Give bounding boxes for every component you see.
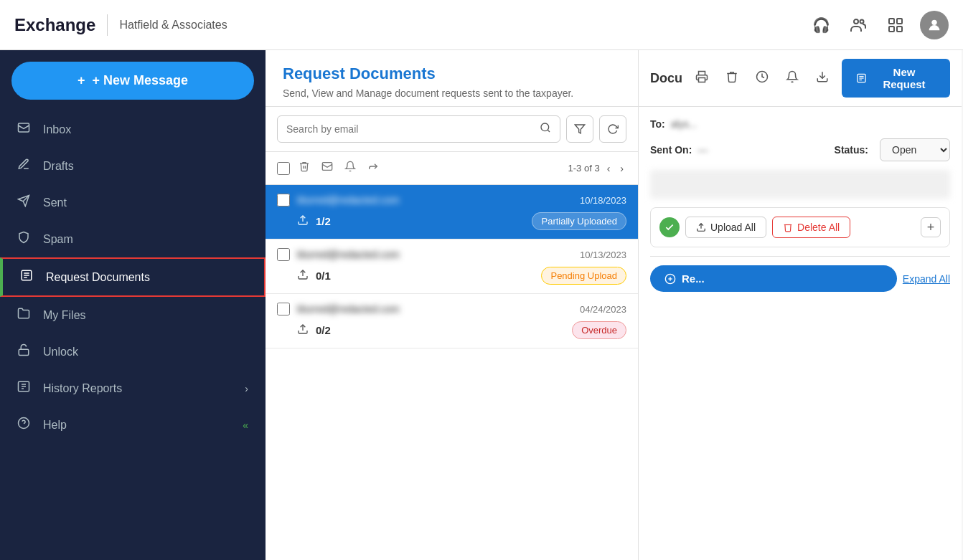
svg-point-1 bbox=[860, 19, 864, 23]
sidebar-item-request-documents[interactable]: Request Documents bbox=[0, 257, 266, 297]
item-status-1: Partially Uploaded bbox=[532, 212, 626, 230]
right-panel-header: Docu New Request bbox=[639, 50, 962, 107]
toolbar-delete-button[interactable] bbox=[296, 158, 313, 179]
sidebar-item-history-reports[interactable]: History Reports › bbox=[0, 370, 266, 407]
item-checkbox-3[interactable] bbox=[277, 303, 290, 315]
message-row-top: blurred@redacted.com 04/24/2023 bbox=[277, 303, 626, 315]
select-all-checkbox[interactable] bbox=[277, 162, 290, 175]
new-message-button[interactable]: + + New Message bbox=[11, 62, 254, 100]
sent-icon bbox=[17, 194, 33, 211]
add-document-button[interactable]: + bbox=[921, 217, 941, 237]
panel-subtitle: Send, View and Manage document requests … bbox=[283, 87, 621, 99]
users-icon[interactable] bbox=[845, 12, 871, 38]
resend-button[interactable]: Re... bbox=[650, 265, 897, 292]
right-body: To: alys... Sent On: — Status: Open Clos… bbox=[639, 107, 962, 560]
next-page-button[interactable]: › bbox=[617, 160, 626, 177]
svg-rect-24 bbox=[322, 163, 332, 171]
new-request-button[interactable]: New Request bbox=[842, 59, 950, 98]
avatar[interactable] bbox=[920, 11, 949, 39]
divider bbox=[650, 256, 950, 257]
sent-on-row: Sent On: — bbox=[650, 144, 823, 156]
item-checkbox-1[interactable] bbox=[277, 194, 290, 207]
message-item[interactable]: blurred@redacted.com 04/24/2023 0/2 Over… bbox=[266, 294, 638, 348]
item-date-2: 10/13/2023 bbox=[580, 250, 626, 260]
sidebar-item-my-files[interactable]: My Files bbox=[0, 297, 266, 333]
refresh-button[interactable] bbox=[599, 115, 626, 143]
message-row-top: blurred@redacted.com 10/18/2023 bbox=[277, 194, 626, 207]
inbox-icon bbox=[17, 121, 33, 138]
header-icons: 🎧 bbox=[808, 11, 949, 39]
clock-button[interactable] bbox=[751, 66, 773, 91]
request-docs-icon bbox=[20, 269, 36, 285]
download-button[interactable] bbox=[812, 66, 833, 91]
to-value: alys... bbox=[671, 118, 697, 130]
delete-all-button[interactable]: Delete All bbox=[772, 217, 850, 238]
svg-line-22 bbox=[548, 130, 550, 132]
upload-icon-3 bbox=[297, 323, 309, 338]
pagination: 1-3 of 3 ‹ › bbox=[568, 160, 626, 177]
bell-button[interactable] bbox=[781, 66, 803, 91]
history-reports-arrow: › bbox=[245, 383, 248, 394]
header-divider bbox=[107, 14, 108, 36]
grid-icon[interactable] bbox=[883, 12, 908, 38]
sent-on-value: — bbox=[697, 144, 708, 156]
spam-label: Spam bbox=[43, 233, 248, 246]
message-item[interactable]: blurred@redacted.com 10/18/2023 1/2 Part… bbox=[266, 185, 638, 239]
sidebar-item-unlock[interactable]: Unlock bbox=[0, 333, 266, 370]
search-input-wrapper bbox=[277, 115, 560, 143]
history-reports-label: History Reports bbox=[43, 382, 235, 395]
item-count-2: 0/1 bbox=[316, 270, 331, 282]
new-message-plus-icon: + bbox=[77, 73, 85, 88]
delete-button[interactable] bbox=[721, 66, 743, 91]
prev-page-button[interactable]: ‹ bbox=[604, 160, 614, 177]
delete-all-label: Delete All bbox=[797, 222, 840, 233]
item-email-1: blurred@redacted.com bbox=[297, 194, 573, 206]
svg-point-21 bbox=[541, 123, 549, 131]
message-row-top: blurred@redacted.com 10/13/2023 bbox=[277, 248, 626, 261]
upload-all-label: Upload All bbox=[710, 222, 756, 233]
sidebar-item-help[interactable]: Help « bbox=[0, 407, 266, 443]
middle-panel: Request Documents Send, View and Manage … bbox=[266, 50, 639, 560]
svg-rect-4 bbox=[889, 27, 894, 32]
item-count-1: 1/2 bbox=[316, 215, 331, 227]
svg-marker-23 bbox=[575, 125, 584, 133]
sidebar-item-spam[interactable]: Spam bbox=[0, 221, 266, 257]
upload-icon-2 bbox=[297, 269, 309, 283]
resend-row: Re... Expand All bbox=[650, 265, 950, 292]
sidebar-item-sent[interactable]: Sent bbox=[0, 184, 266, 221]
toolbar-forward-button[interactable] bbox=[365, 158, 382, 179]
document-actions: Upload All Delete All + bbox=[650, 207, 950, 247]
message-item[interactable]: blurred@redacted.com 10/13/2023 0/1 Pend… bbox=[266, 239, 638, 294]
print-button[interactable] bbox=[691, 66, 713, 91]
sent-label: Sent bbox=[43, 196, 248, 209]
upload-all-button[interactable]: Upload All bbox=[685, 217, 766, 238]
search-button[interactable] bbox=[540, 122, 551, 136]
headset-icon[interactable]: 🎧 bbox=[808, 12, 834, 38]
toolbar-bell-button[interactable] bbox=[342, 158, 359, 179]
to-label: To: bbox=[650, 118, 665, 130]
sidebar-item-drafts[interactable]: Drafts bbox=[0, 148, 266, 184]
search-input[interactable] bbox=[286, 123, 540, 135]
expand-all-link[interactable]: Expand All bbox=[903, 273, 950, 285]
right-panel: Docu New Request To: bbox=[639, 50, 962, 560]
svg-rect-28 bbox=[699, 77, 705, 82]
history-reports-icon bbox=[17, 380, 33, 397]
new-request-label: New Request bbox=[873, 66, 936, 90]
svg-rect-2 bbox=[889, 19, 894, 24]
help-label: Help bbox=[43, 419, 232, 432]
main-layout: + + New Message Inbox Drafts Sent Spa bbox=[0, 50, 963, 560]
filter-button[interactable] bbox=[566, 115, 593, 143]
item-checkbox-2[interactable] bbox=[277, 248, 290, 261]
status-select[interactable]: Open Closed Pending bbox=[880, 138, 950, 161]
search-bar bbox=[266, 107, 638, 152]
sidebar-item-inbox[interactable]: Inbox bbox=[0, 111, 266, 148]
panel-title: Request Documents bbox=[283, 65, 621, 83]
status-row: Sent On: — Status: Open Closed Pending bbox=[650, 138, 950, 161]
logo: Exchange bbox=[14, 15, 95, 35]
svg-rect-14 bbox=[19, 349, 29, 355]
my-files-icon bbox=[17, 307, 33, 323]
toolbar-send-button[interactable] bbox=[319, 158, 336, 179]
item-email-2: blurred@redacted.com bbox=[297, 249, 573, 260]
inbox-label: Inbox bbox=[43, 123, 248, 136]
blurred-content bbox=[650, 170, 950, 199]
